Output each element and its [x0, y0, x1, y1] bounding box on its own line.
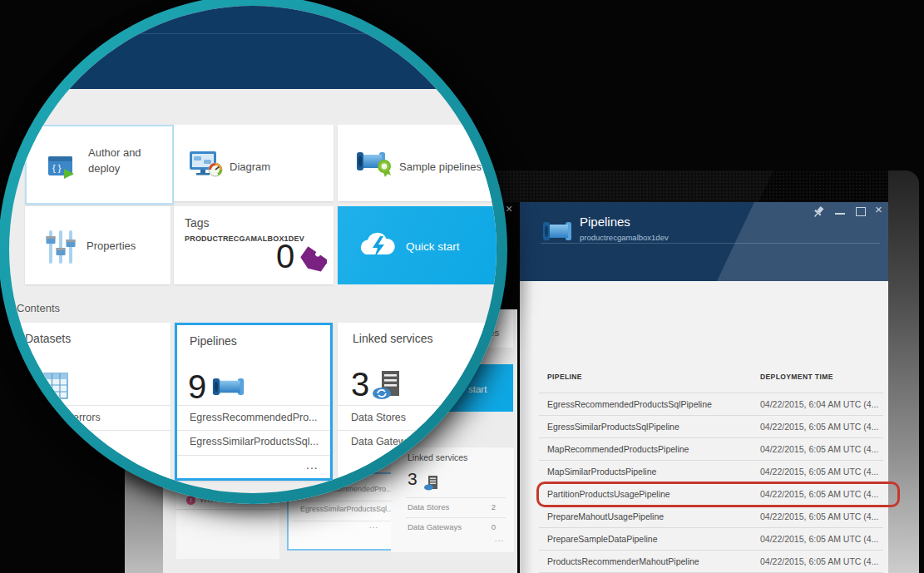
pipeline-name: MapRecommendedProductsPipeline	[547, 444, 689, 454]
pipelines-card-title: Pipelines	[190, 334, 237, 348]
bg-linked-services-title: Linked services	[408, 452, 467, 462]
divider	[9, 430, 170, 431]
magnified-view: { } Author and deploy	[9, 6, 497, 493]
tile-sample-pipelines[interactable]: Sample pipelines	[338, 125, 497, 201]
magnified-blade-header	[9, 6, 497, 89]
tile-label: Properties	[86, 238, 136, 254]
card-pipelines-selected[interactable]: Pipelines 9 EgressRecommendedPro... Egre…	[175, 323, 333, 481]
pipeline-table-row[interactable]: PrepareMahoutUsagePipeline 04/22/2015, 6…	[539, 506, 883, 528]
pipe-icon	[542, 220, 572, 242]
tile-tags[interactable]: Tags PRODUCTRECGAMALBOX1DEV 0	[174, 206, 334, 284]
tile-quick-start[interactable]: Quick start	[338, 206, 497, 284]
more-ellipsis[interactable]: ...	[495, 534, 504, 543]
pipeline-name: ProductsRecommenderMahoutPipeline	[547, 556, 699, 566]
pipeline-name: PrepareMahoutUsagePipeline	[547, 511, 664, 521]
pipeline-name: EgressRecommendedProductsSqlPipeline	[547, 399, 712, 409]
properties-icon	[46, 230, 76, 264]
tile-label: Sample pipelines	[399, 159, 482, 175]
window-subtitle: productrecgamalbox1dev	[580, 233, 669, 242]
divider	[177, 405, 330, 406]
deployment-time: 04/22/2015, 6:05 AM UTC (4...	[760, 511, 878, 521]
divider	[76, 33, 433, 34]
pipeline-name: PrepareSampleDataPipeline	[547, 534, 658, 544]
server-cloud-icon	[424, 476, 438, 491]
datasets-title: Datasets	[25, 332, 71, 345]
window-title: Pipelines	[580, 215, 630, 229]
bg-data-gateways-label[interactable]: Data Gateways	[408, 522, 462, 531]
divider	[406, 517, 506, 518]
tile-properties[interactable]: Properties	[25, 206, 170, 284]
author-deploy-icon: { }	[47, 156, 76, 180]
bg-data-stores-value: 2	[492, 502, 496, 511]
pipeline-table-row[interactable]: EgressSimilarProductsSqlPipeline 04/22/2…	[539, 416, 883, 438]
bg-data-gateways-value: 0	[492, 522, 496, 531]
pipeline-table-row[interactable]: PrepareSampleDataPipeline 04/22/2015, 6:…	[539, 528, 883, 551]
bg-quick-start-label-fragment: start	[468, 384, 487, 394]
blade-close-icon[interactable]: ×	[506, 202, 512, 215]
pipeline-table-row[interactable]: MapRecommendedProductsPipeline 04/22/201…	[539, 438, 883, 461]
tile-label: Quick start	[406, 239, 460, 254]
tile-author-and-deploy[interactable]: { } Author and deploy	[25, 125, 174, 205]
screenshot-stage: es start ! With errors 0 EgressRecommend…	[0, 0, 924, 573]
more-ellipsis[interactable]: ...	[306, 458, 319, 472]
minimize-icon[interactable]	[835, 213, 845, 215]
data-gateways-row[interactable]: Data Gateways	[351, 436, 422, 447]
tags-count: 0	[276, 238, 294, 275]
pipeline-item[interactable]: EgressSimilarProductsSql...	[190, 436, 319, 447]
divider	[294, 501, 392, 501]
bg-linked-services-card[interactable]: Linked services 3 Data Stores 2 Data Gat…	[391, 447, 514, 552]
pin-icon[interactable]	[811, 205, 826, 220]
pipelines-window: Pipelines productrecgamalbox1dev × PIPEL…	[520, 202, 888, 573]
deployment-time: 04/22/2015, 6:05 AM UTC (4...	[760, 556, 878, 566]
pipeline-table-row[interactable]: ProductsRecommenderMahoutPipeline 04/22/…	[539, 551, 883, 573]
divider	[177, 430, 330, 431]
diagram-icon	[189, 151, 224, 179]
divider	[9, 405, 170, 406]
datasets-table-icon	[43, 373, 68, 399]
column-header-deployment-time: DEPLOYMENT TIME	[760, 373, 833, 381]
card-datasets[interactable]: Datasets errors 0	[9, 323, 170, 481]
magnifier-ring: { } Author and deploy	[0, 0, 507, 504]
pipeline-item[interactable]: EgressRecommendedPro...	[190, 412, 318, 423]
tag-icon	[300, 246, 327, 274]
deployment-time: 04/22/2015, 6:05 AM UTC (4...	[760, 489, 878, 499]
window-header: Pipelines productrecgamalbox1dev ×	[520, 202, 888, 281]
tile-diagram[interactable]: Diagram	[174, 125, 334, 201]
server-cloud-icon	[373, 371, 401, 401]
pipe-icon	[212, 377, 245, 397]
column-header-pipeline: PIPELINE	[547, 373, 582, 381]
with-errors-row[interactable]: errors 0	[73, 412, 101, 423]
window-body: PIPELINE DEPLOYMENT TIME EgressRecommend…	[520, 281, 888, 573]
deployment-time: 04/22/2015, 6:05 AM UTC (4...	[760, 444, 878, 454]
bg-data-stores-label[interactable]: Data Stores	[408, 502, 449, 511]
tablet-right-bezel	[888, 170, 919, 573]
bg-linked-services-count: 3	[408, 469, 418, 489]
bg-pipeline-item[interactable]: EgressSimilarProductsSql...	[300, 505, 393, 513]
tile-label: Author and deploy	[88, 145, 141, 176]
deployment-time: 04/22/2015, 6:05 AM UTC (4...	[760, 422, 878, 432]
deployment-time: 04/22/2015, 6:05 AM UTC (4...	[760, 467, 878, 477]
cloud-lightning-icon	[358, 231, 396, 259]
data-stores-row[interactable]: Data Stores	[351, 412, 406, 423]
pipeline-table-row[interactable]: EgressRecommendedProductsSqlPipeline 04/…	[539, 393, 883, 416]
tile-label: Diagram	[230, 159, 270, 175]
pipeline-table: EgressRecommendedProductsSqlPipeline 04/…	[539, 393, 883, 573]
close-icon[interactable]: ×	[875, 202, 882, 217]
header-divider	[541, 243, 880, 244]
linked-services-title: Linked services	[353, 332, 433, 345]
tablet-screen-glare	[462, 170, 773, 202]
divider	[177, 455, 330, 456]
contents-heading: Contents	[17, 302, 60, 314]
maximize-icon[interactable]	[856, 207, 866, 216]
divider	[406, 497, 506, 498]
more-ellipsis[interactable]: ...	[369, 521, 378, 530]
divider	[176, 509, 279, 510]
pipeline-name: PartitionProductsUsagePipeline	[547, 489, 670, 499]
sample-pipelines-icon	[356, 151, 393, 178]
pipeline-table-row[interactable]: PartitionProductsUsagePipeline 04/22/201…	[539, 483, 883, 506]
linked-services-count: 3	[351, 366, 369, 403]
pipeline-table-row[interactable]: MapSimilarProductsPipeline 04/22/2015, 6…	[539, 461, 883, 483]
deployment-time: 04/22/2015, 6:05 AM UTC (4...	[760, 534, 878, 544]
deployment-time: 04/22/2015, 6:04 AM UTC (4...	[760, 399, 878, 409]
pipeline-name: EgressSimilarProductsSqlPipeline	[547, 422, 679, 432]
